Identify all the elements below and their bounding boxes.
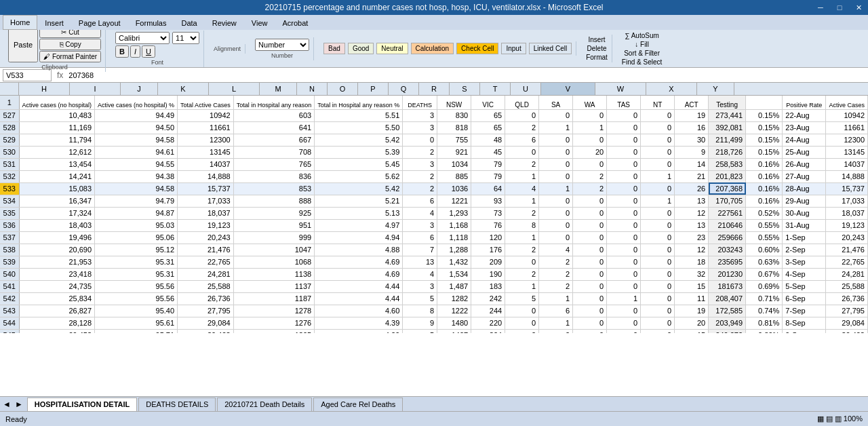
data-cell[interactable]: 8 [505, 219, 539, 231]
data-cell[interactable]: 0.80% [746, 329, 783, 333]
data-cell[interactable]: 4-Sep [783, 268, 826, 280]
data-cell[interactable]: 23-Aug [783, 121, 826, 134]
data-cell[interactable]: 0 [607, 268, 641, 280]
data-cell[interactable]: 0 [641, 305, 675, 317]
data-cell[interactable]: 5.21 [315, 195, 403, 207]
close-button[interactable]: ✕ [849, 0, 868, 15]
ribbon-tab-review[interactable]: Review [205, 15, 244, 30]
data-cell[interactable]: 1 [641, 195, 675, 207]
data-cell[interactable]: 12,612 [19, 146, 95, 158]
data-cell[interactable]: 26 [675, 182, 709, 195]
data-cell[interactable]: 76 [471, 219, 505, 231]
data-cell[interactable]: 27-Aug [783, 170, 826, 182]
data-cell[interactable]: 26,736 [826, 292, 868, 305]
data-cell[interactable]: 0 [641, 256, 675, 268]
data-cell[interactable]: 641 [233, 121, 315, 134]
delete-button[interactable]: Delete [587, 45, 607, 52]
data-cell[interactable]: 0 [505, 256, 539, 268]
data-cell[interactable]: 20,243 [178, 231, 234, 244]
data-cell[interactable]: 1047 [233, 244, 315, 256]
data-cell[interactable]: 0 [641, 134, 675, 146]
data-cell[interactable]: 1068 [233, 256, 315, 268]
data-cell[interactable]: 0 [607, 256, 641, 268]
data-cell[interactable]: 4 [539, 244, 573, 256]
col-r-header[interactable]: R [419, 83, 450, 95]
data-cell[interactable]: 2 [539, 268, 573, 280]
data-cell[interactable]: 0 [607, 146, 641, 158]
data-cell[interactable]: 0 [573, 305, 607, 317]
data-cell[interactable]: 818 [437, 121, 471, 134]
data-cell[interactable]: 94.58 [95, 182, 178, 195]
data-cell[interactable]: 0 [607, 329, 641, 333]
data-cell[interactable]: 3 [403, 280, 437, 292]
data-cell[interactable]: 14,888 [826, 170, 868, 182]
font-family-select[interactable]: Calibri [115, 32, 170, 44]
data-cell[interactable]: 921 [437, 146, 471, 158]
data-cell[interactable]: 29,084 [826, 317, 868, 329]
font-size-select[interactable]: 11 [172, 32, 199, 44]
col-v-header[interactable]: V [541, 83, 595, 95]
data-cell[interactable]: 1138 [233, 268, 315, 280]
data-cell[interactable]: 19,123 [826, 219, 868, 231]
maximize-button[interactable]: □ [830, 0, 849, 15]
number-format-select[interactable]: Number [255, 39, 309, 51]
data-cell[interactable]: 1,534 [437, 268, 471, 280]
data-cell[interactable]: 22,765 [826, 256, 868, 268]
data-cell[interactable]: 12 [675, 207, 709, 219]
data-cell[interactable]: 0.15% [746, 134, 783, 146]
ribbon-tab-page layout[interactable]: Page Layout [71, 15, 128, 30]
data-cell[interactable]: 1 [539, 317, 573, 329]
data-cell[interactable]: 0 [573, 231, 607, 244]
data-cell[interactable]: 1305 [233, 329, 315, 333]
data-cell[interactable]: 2 [539, 280, 573, 292]
data-cell[interactable]: 1 [505, 170, 539, 182]
data-cell[interactable]: 0 [573, 195, 607, 207]
data-cell[interactable]: 0 [607, 305, 641, 317]
data-cell[interactable]: 65 [471, 121, 505, 134]
data-cell[interactable]: 244 [471, 305, 505, 317]
data-cell[interactable]: 0.81% [746, 317, 783, 329]
data-cell[interactable]: 0 [607, 207, 641, 219]
data-cell[interactable]: 0.15% [746, 146, 783, 158]
col-i-header[interactable]: I [70, 83, 121, 95]
data-cell[interactable]: 0 [607, 317, 641, 329]
data-cell[interactable]: 95.61 [95, 317, 178, 329]
data-cell[interactable]: 240,272 [709, 329, 746, 333]
data-cell[interactable]: 667 [233, 134, 315, 146]
copy-button[interactable]: ⎘ Copy [39, 39, 101, 50]
data-cell[interactable]: 11,169 [19, 121, 95, 134]
data-cell[interactable]: 73 [471, 207, 505, 219]
data-cell[interactable]: 0 [607, 158, 641, 170]
data-cell[interactable]: 1 [539, 182, 573, 195]
data-cell[interactable]: 0 [539, 146, 573, 158]
good-style[interactable]: Good [348, 43, 374, 54]
data-cell[interactable]: 0 [641, 244, 675, 256]
data-cell[interactable]: 5.42 [315, 182, 403, 195]
data-cell[interactable]: 23 [675, 231, 709, 244]
data-cell[interactable]: 45 [471, 146, 505, 158]
data-cell[interactable]: 30-Aug [783, 207, 826, 219]
data-cell[interactable]: 1 [539, 292, 573, 305]
data-cell[interactable]: 1-Sep [783, 231, 826, 244]
data-cell[interactable]: 17,324 [19, 207, 95, 219]
data-cell[interactable]: 12300 [826, 134, 868, 146]
data-cell[interactable]: 0 [641, 158, 675, 170]
calculation-style[interactable]: Calculation [411, 43, 454, 54]
row-number-cell[interactable]: 534 [0, 195, 19, 207]
data-cell[interactable]: 22-Aug [783, 109, 826, 121]
data-cell[interactable]: 0.15% [746, 109, 783, 121]
data-cell[interactable]: 0.16% [746, 158, 783, 170]
col-m-header[interactable]: M [260, 83, 297, 95]
ribbon-tab-home[interactable]: Home [3, 15, 37, 30]
data-cell[interactable]: 0 [539, 134, 573, 146]
data-cell[interactable]: 65 [471, 109, 505, 121]
data-cell[interactable]: 94.49 [95, 109, 178, 121]
data-cell[interactable]: 21,476 [826, 244, 868, 256]
data-cell[interactable]: 0 [607, 170, 641, 182]
col-h-header[interactable]: H [19, 83, 70, 95]
data-cell[interactable]: 2 [505, 121, 539, 134]
data-cell[interactable]: 27,795 [826, 305, 868, 317]
data-cell[interactable]: 0 [573, 256, 607, 268]
data-cell[interactable]: 1480 [437, 317, 471, 329]
data-cell[interactable]: 0 [607, 244, 641, 256]
